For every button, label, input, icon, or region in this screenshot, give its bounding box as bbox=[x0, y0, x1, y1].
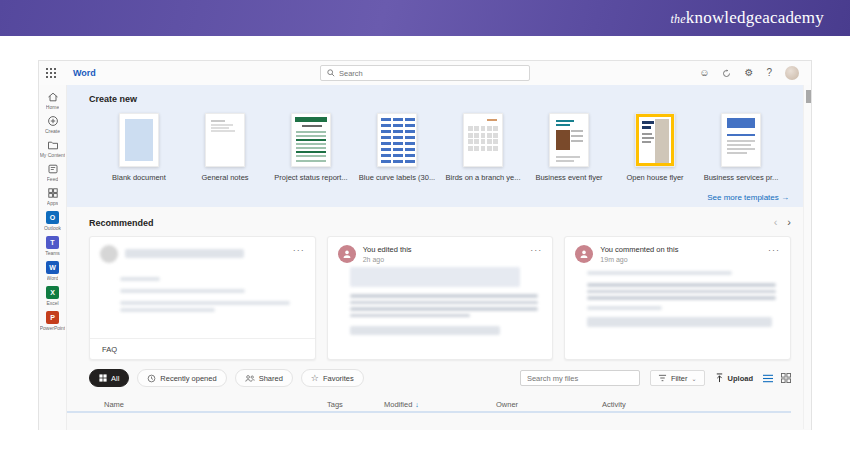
recommended-card-faq[interactable]: ··· FAQ bbox=[89, 236, 316, 360]
see-more-templates-link[interactable]: See more templates → bbox=[707, 193, 789, 202]
redacted-title bbox=[125, 249, 244, 258]
feedback-smiley-icon[interactable]: ☺ bbox=[699, 68, 709, 78]
pill-label: Recently opened bbox=[160, 374, 216, 383]
template-card-project-status-report[interactable]: Project status report... bbox=[269, 113, 353, 182]
feed-icon bbox=[47, 163, 59, 175]
sidebar-item-feed[interactable]: Feed bbox=[39, 163, 67, 182]
filter-pill-favorites[interactable]: ☆ Favorites bbox=[301, 369, 364, 387]
all-files-icon bbox=[99, 374, 107, 382]
activity-time: 2h ago bbox=[363, 256, 412, 263]
logo-main: knowledgeacademy bbox=[686, 8, 824, 27]
sidebar-item-my-content[interactable]: My Content bbox=[39, 139, 67, 158]
card-menu-icon[interactable]: ··· bbox=[293, 245, 305, 255]
search-my-files-input[interactable] bbox=[520, 370, 640, 386]
template-label: Business services pr... bbox=[704, 173, 779, 182]
template-card-birds-on-a-branch[interactable]: Birds on a branch ye... bbox=[441, 113, 525, 182]
template-label: Birds on a branch ye... bbox=[445, 173, 520, 182]
column-header-name[interactable]: Name bbox=[104, 400, 327, 409]
filter-pill-shared[interactable]: Shared bbox=[235, 369, 293, 387]
recommended-heading: Recommended bbox=[89, 218, 154, 228]
activity-time: 19m ago bbox=[600, 256, 678, 263]
card-footer-label: FAQ bbox=[102, 345, 117, 354]
page: theknowledgeacademy Word ☺ bbox=[0, 0, 850, 450]
pill-label: Shared bbox=[259, 374, 283, 383]
template-card-blue-curve-labels[interactable]: Blue curve labels (30... bbox=[355, 113, 439, 182]
filter-pill-all[interactable]: All bbox=[89, 369, 129, 387]
template-card-blank-document[interactable]: Blank document bbox=[97, 113, 181, 182]
recommended-card-edited[interactable]: You edited this 2h ago ··· bbox=[327, 236, 554, 360]
sidebar-item-outlook[interactable]: O Outlook bbox=[39, 211, 67, 231]
column-header-modified[interactable]: Modified↓ bbox=[384, 400, 496, 409]
sidebar-item-excel[interactable]: X Excel bbox=[39, 286, 67, 306]
sidebar-item-teams[interactable]: T Teams bbox=[39, 236, 67, 256]
card-menu-icon[interactable]: ··· bbox=[530, 245, 542, 255]
sidebar-item-powerpoint[interactable]: P PowerPoint bbox=[39, 311, 67, 331]
template-card-general-notes[interactable]: General notes bbox=[183, 113, 267, 182]
template-card-open-house-flyer[interactable]: Open house flyer bbox=[613, 113, 697, 182]
recommended-card-commented[interactable]: You commented on this 19m ago ··· bbox=[564, 236, 791, 360]
template-row: Blank document General notes bbox=[89, 113, 791, 182]
files-filter-bar: All Recently opened Shared ☆ Favorites bbox=[67, 360, 811, 387]
column-header-owner[interactable]: Owner bbox=[496, 400, 602, 409]
column-header-tags[interactable]: Tags bbox=[327, 400, 384, 409]
topbar-actions: ☺ ⚙ ? bbox=[699, 66, 811, 80]
sidebar-item-label: Create bbox=[45, 128, 60, 134]
search-icon bbox=[327, 69, 335, 77]
recommended-section: Recommended ‹ › ··· bbox=[67, 207, 811, 360]
redacted-card-body bbox=[350, 267, 539, 335]
brand-banner: theknowledgeacademy bbox=[0, 0, 850, 36]
list-view-icon[interactable] bbox=[763, 374, 773, 383]
search-input[interactable] bbox=[339, 69, 523, 78]
template-card-business-services[interactable]: Business services pr... bbox=[699, 113, 783, 182]
carousel-next-icon[interactable]: › bbox=[787, 217, 791, 228]
upload-button[interactable]: Upload bbox=[715, 373, 753, 383]
app-launcher-waffle-icon[interactable] bbox=[39, 68, 63, 78]
sidebar-item-home[interactable]: Home bbox=[39, 91, 67, 110]
filter-pill-recently-opened[interactable]: Recently opened bbox=[137, 369, 226, 387]
sidebar-item-create[interactable]: Create bbox=[39, 115, 67, 134]
updates-sync-icon[interactable] bbox=[722, 69, 731, 78]
template-label: General notes bbox=[201, 173, 248, 182]
app-name[interactable]: Word bbox=[73, 68, 96, 78]
sidebar-item-label: Home bbox=[46, 104, 59, 110]
excel-app-icon: X bbox=[46, 286, 59, 299]
template-label: Project status report... bbox=[274, 173, 347, 182]
star-icon: ☆ bbox=[311, 374, 319, 383]
sidebar-item-label: Teams bbox=[45, 250, 60, 256]
grid-view-icon[interactable] bbox=[781, 373, 791, 383]
left-sidebar: Home Create My Content Feed Apps bbox=[39, 85, 67, 430]
chevron-down-icon: ⌄ bbox=[692, 375, 697, 382]
template-thumbnail bbox=[463, 113, 503, 167]
card-menu-icon[interactable]: ··· bbox=[768, 245, 780, 255]
carousel-prev-icon[interactable]: ‹ bbox=[774, 217, 778, 228]
sidebar-item-label: Apps bbox=[47, 200, 58, 206]
files-table-header: Name Tags Modified↓ Owner Activity bbox=[67, 397, 791, 413]
template-thumbnail bbox=[377, 113, 417, 167]
filter-label: Filter bbox=[671, 374, 688, 383]
people-icon bbox=[245, 374, 255, 383]
pill-label: All bbox=[111, 374, 119, 383]
user-avatar[interactable] bbox=[785, 66, 799, 80]
template-card-business-event-flyer[interactable]: Business event flyer bbox=[527, 113, 611, 182]
scrollbar-thumb[interactable] bbox=[806, 90, 811, 103]
help-icon[interactable]: ? bbox=[766, 68, 772, 78]
pill-label: Favorites bbox=[323, 374, 354, 383]
global-search[interactable] bbox=[320, 65, 530, 81]
template-label: Open house flyer bbox=[626, 173, 683, 182]
sidebar-item-word[interactable]: W Word bbox=[39, 261, 67, 281]
home-icon bbox=[47, 91, 59, 103]
filter-dropdown-button[interactable]: Filter ⌄ bbox=[650, 370, 705, 386]
brand-logo: theknowledgeacademy bbox=[671, 8, 824, 28]
settings-gear-icon[interactable]: ⚙ bbox=[744, 68, 753, 78]
recommended-cards: ··· FAQ bbox=[89, 236, 791, 360]
vertical-scrollbar[interactable] bbox=[803, 85, 811, 429]
clock-icon bbox=[147, 374, 156, 383]
upload-icon bbox=[715, 373, 724, 383]
main-content: Create new Blank document bbox=[67, 85, 811, 430]
outlook-app-icon: O bbox=[46, 211, 59, 224]
column-header-activity[interactable]: Activity bbox=[602, 400, 791, 409]
template-thumbnail bbox=[721, 113, 761, 167]
sidebar-item-apps[interactable]: Apps bbox=[39, 187, 67, 206]
template-label: Blue curve labels (30... bbox=[359, 173, 435, 182]
activity-text: You edited this bbox=[363, 245, 412, 254]
